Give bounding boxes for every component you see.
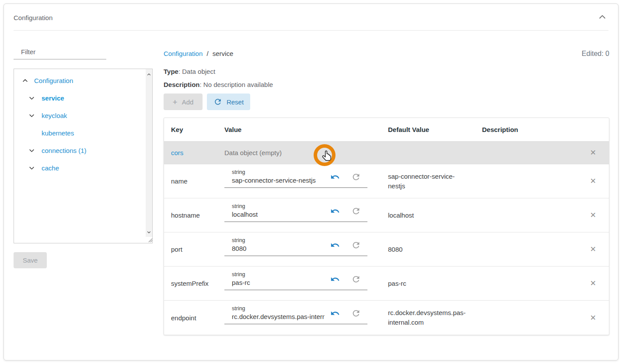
undo-icon[interactable] — [330, 274, 340, 284]
table-row-endpoint: endpointstringrc.docker.devsystems.pas-i… — [164, 301, 609, 335]
tree-item-label[interactable]: cache — [42, 164, 59, 172]
row-close-cell: ✕ — [582, 142, 609, 164]
sidebar: Configurationservicekeycloakkubernetesco… — [4, 31, 160, 360]
row-key-cell: port — [164, 232, 224, 266]
tree-item-kubernetes[interactable]: kubernetes — [14, 124, 152, 142]
filter-input[interactable] — [14, 47, 106, 59]
undo-icon[interactable] — [330, 206, 340, 216]
value-input[interactable] — [232, 245, 325, 252]
value-type-label: string — [232, 305, 367, 312]
value-type-label: string — [232, 169, 367, 176]
table-row-name: namestringsap-connector-service-nestjs✕ — [164, 164, 609, 198]
chevron-down-icon[interactable] — [28, 94, 35, 101]
tree-leaf-spacer — [28, 129, 35, 136]
tree-item-service[interactable]: service — [14, 89, 152, 107]
chevron-up-icon[interactable] — [21, 77, 28, 84]
value-field: string — [224, 169, 367, 188]
row-description — [482, 142, 582, 164]
row-value-cell: string — [224, 267, 388, 300]
row-description — [482, 198, 582, 232]
delete-row-icon[interactable]: ✕ — [590, 314, 596, 322]
chevron-down-icon[interactable] — [28, 112, 35, 119]
panel-title: Configuration — [14, 14, 52, 21]
tree-item-label[interactable]: service — [42, 94, 64, 102]
row-key-label: endpoint — [171, 314, 196, 322]
tree-item-label[interactable]: kubernetes — [42, 129, 74, 137]
row-key-label: port — [171, 246, 182, 253]
column-header-value: Value — [224, 118, 388, 141]
tree-item-cache[interactable]: cache — [14, 159, 152, 177]
edited-counter: Edited: 0 — [582, 50, 609, 58]
row-default-value — [388, 142, 482, 164]
refresh-icon[interactable] — [351, 172, 361, 182]
add-button-label: Add — [182, 98, 194, 106]
refresh-icon[interactable] — [351, 240, 361, 250]
row-close-cell: ✕ — [582, 267, 609, 300]
undo-icon[interactable] — [330, 172, 340, 182]
tree-item-label[interactable]: keycloak — [42, 112, 67, 119]
row-description — [482, 164, 582, 198]
row-key-cell: cors — [164, 142, 224, 164]
collapse-panel-icon[interactable] — [598, 13, 607, 21]
row-description — [482, 267, 582, 300]
resize-grip-icon[interactable] — [147, 236, 153, 243]
delete-row-icon[interactable]: ✕ — [590, 177, 596, 185]
tree-item-configuration[interactable]: Configuration — [14, 72, 152, 89]
tree-item-connections-1-[interactable]: connections (1) — [14, 142, 152, 159]
save-button[interactable]: Save — [14, 252, 47, 268]
breadcrumb: Configuration / service — [164, 50, 233, 57]
undo-icon[interactable] — [330, 309, 340, 318]
value-input[interactable] — [232, 313, 325, 320]
delete-row-icon[interactable]: ✕ — [590, 246, 596, 253]
tree-item-label[interactable]: connections (1) — [42, 147, 87, 154]
row-default-value: 8080 — [388, 232, 482, 266]
refresh-icon[interactable] — [351, 206, 361, 216]
scroll-down-icon[interactable] — [146, 229, 152, 235]
row-description — [482, 232, 582, 266]
table-row-hostname: hostnamestringlocalhost✕ — [164, 198, 609, 232]
value-field: string — [224, 305, 367, 324]
default-value-text: localhost — [388, 211, 414, 220]
refresh-icon[interactable] — [351, 274, 361, 284]
refresh-icon[interactable] — [351, 309, 361, 318]
default-value-text: 8080 — [388, 245, 402, 254]
row-key-cell: endpoint — [164, 301, 224, 335]
delete-row-icon[interactable]: ✕ — [590, 280, 596, 287]
row-value-cell: string — [224, 232, 388, 266]
row-key-link[interactable]: cors — [171, 149, 183, 156]
delete-row-icon[interactable]: ✕ — [590, 149, 596, 156]
plus-icon: + — [173, 98, 178, 106]
row-value-cell: string — [224, 164, 388, 198]
value-input[interactable] — [232, 177, 325, 184]
row-value-cell: string — [224, 301, 388, 335]
value-input[interactable] — [232, 279, 325, 286]
properties-table: Key Value Default Value Description cors… — [164, 118, 609, 335]
value-field: string — [224, 237, 367, 256]
row-key-cell: name — [164, 164, 224, 198]
delete-row-icon[interactable]: ✕ — [590, 211, 596, 219]
tree-scrollbar[interactable] — [146, 69, 152, 237]
tree-item-label[interactable]: Configuration — [34, 77, 73, 84]
table-row-cors: corsData object (empty)✕ — [164, 142, 609, 164]
row-default-value: pas-rc — [388, 267, 482, 300]
reset-button[interactable]: Reset — [207, 94, 250, 110]
chevron-down-icon[interactable] — [28, 164, 35, 171]
description-label: Description — [164, 81, 200, 88]
row-key-cell: hostname — [164, 198, 224, 232]
table-row-systemPrefix: systemPrefixstringpas-rc✕ — [164, 267, 609, 301]
add-button[interactable]: + Add — [164, 94, 203, 110]
breadcrumb-link-configuration[interactable]: Configuration — [164, 50, 203, 57]
undo-icon[interactable] — [330, 240, 340, 250]
scroll-up-icon[interactable] — [146, 71, 152, 77]
type-line: Type: Data object — [164, 68, 609, 75]
configuration-tree: Configurationservicekeycloakkubernetesco… — [14, 69, 153, 243]
tree-item-keycloak[interactable]: keycloak — [14, 107, 152, 124]
value-input[interactable] — [232, 211, 325, 218]
value-type-label: string — [232, 237, 367, 244]
row-key-label: systemPrefix — [171, 280, 209, 287]
chevron-down-icon[interactable] — [28, 147, 35, 154]
row-close-cell: ✕ — [582, 232, 609, 266]
value-field: string — [224, 203, 367, 222]
row-close-cell: ✕ — [582, 301, 609, 335]
row-description — [482, 301, 582, 335]
